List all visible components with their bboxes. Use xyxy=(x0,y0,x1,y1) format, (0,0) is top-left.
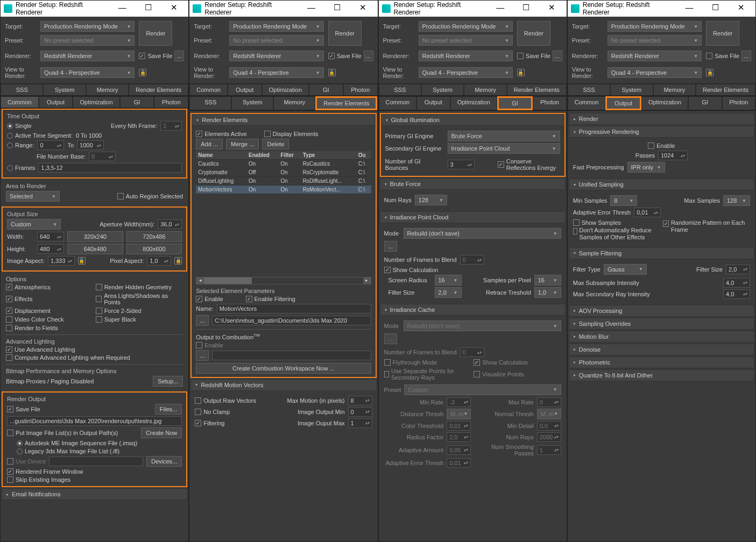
merge-button[interactable]: Merge ... xyxy=(226,139,259,149)
ic-show-calc-checkbox[interactable]: Show Calculation xyxy=(474,359,561,366)
tab-photon[interactable]: Photon xyxy=(533,96,567,110)
atmospherics-checkbox[interactable]: Atmospherics xyxy=(6,284,94,290)
primary-gi-dropdown[interactable]: Brute Force▼ xyxy=(448,131,560,141)
table-row[interactable]: CausticsOnOnRsCausticsC:\ xyxy=(196,160,371,168)
dont-reduce-samples-checkbox[interactable]: Don't Automatically Reduce Samples of Ot… xyxy=(573,227,660,241)
us-aet-spinner[interactable]: 0,01▴▾ xyxy=(634,208,661,217)
output-raw-vectors-checkbox[interactable]: Output Raw Vectors xyxy=(195,397,256,404)
table-scrollbar[interactable]: ◂▸ xyxy=(196,277,371,284)
output-size-dropdown[interactable]: Custom▼ xyxy=(7,219,61,230)
minimize-button[interactable]: — xyxy=(678,3,701,15)
max-motion-spinner[interactable]: 8▴▾ xyxy=(348,396,372,405)
show-samples-checkbox[interactable]: Show Samples xyxy=(573,219,660,226)
devices-button[interactable]: Devices... xyxy=(146,456,182,467)
savefile-browse-button[interactable]: ... xyxy=(553,51,562,61)
tab-output[interactable]: Output xyxy=(228,84,262,96)
savefile-checkbox[interactable]: Save File xyxy=(139,53,172,59)
legacy-ifl-radio[interactable]: Legacy 3ds Max Image File List (.ifl) xyxy=(17,448,119,454)
ipc-filter-size-dropdown[interactable]: 2,0▼ xyxy=(435,287,462,298)
us-header[interactable]: ▾Unified Sampling xyxy=(569,179,754,190)
rollout-header[interactable]: ▸AOV Processing xyxy=(569,305,754,317)
target-dropdown[interactable]: Production Rendering Mode▼ xyxy=(229,21,323,32)
savefile-checkbox[interactable]: Save File xyxy=(517,53,550,59)
frames-radio[interactable]: Frames xyxy=(7,165,35,171)
range-from-spinner[interactable]: 0▴▾ xyxy=(37,140,64,150)
numrays-dropdown[interactable]: 128▼ xyxy=(415,195,447,205)
secondary-gi-dropdown[interactable]: Irradiance Point Cloud▼ xyxy=(448,143,560,154)
effects-checkbox[interactable]: Effects xyxy=(6,293,94,305)
tab-output[interactable]: Output xyxy=(416,96,450,110)
min-detail-spinner[interactable]: 0,0▴▾ xyxy=(537,421,561,431)
put-image-file-list-checkbox[interactable]: Put Image File List(s) in Output Path(s) xyxy=(7,430,118,436)
tab-sss[interactable]: SSS xyxy=(379,84,421,96)
rendered-frame-window-checkbox[interactable]: Rendered Frame Window xyxy=(7,468,182,475)
render-button[interactable]: Render xyxy=(328,21,362,46)
range-to-spinner[interactable]: 1000▴▾ xyxy=(77,140,104,150)
col-type[interactable]: Type xyxy=(301,151,356,160)
tab-render-elements[interactable]: Render Elements xyxy=(507,84,567,96)
tab-render-elements[interactable]: Render Elements xyxy=(696,84,755,96)
view-dropdown[interactable]: Quad 4 - Perspective▼ xyxy=(419,67,513,78)
render-button[interactable]: Render xyxy=(517,21,550,46)
filter-size-spinner[interactable]: 2,0▴▾ xyxy=(726,265,750,274)
preset-720x486-button[interactable]: 720x486 xyxy=(126,231,182,242)
close-button[interactable]: ✕ xyxy=(162,3,185,15)
enable-filtering-checkbox[interactable]: Enable Filtering xyxy=(246,296,295,302)
single-radio[interactable]: Single xyxy=(7,123,32,129)
auto-region-checkbox[interactable]: Auto Region Selected xyxy=(117,193,183,199)
screen-radius-dropdown[interactable]: 16▼ xyxy=(435,275,462,286)
maximize-button[interactable]: ☐ xyxy=(515,3,538,15)
use-device-checkbox[interactable]: Use Device xyxy=(7,458,46,465)
preset-dropdown[interactable]: No preset selected▼ xyxy=(229,35,323,46)
passes-spinner[interactable]: 1024▴▾ xyxy=(658,151,688,160)
area-dropdown[interactable]: Selected▼ xyxy=(6,191,60,202)
render-hidden-geometry-checkbox[interactable]: Render Hidden Geometry xyxy=(96,284,183,290)
flythrough-mode-checkbox[interactable]: Flythrough Mode xyxy=(384,359,472,366)
pixel-aspect-spinner[interactable]: 1,0▴▾ xyxy=(147,256,171,266)
lock-icon[interactable]: 🔒 xyxy=(706,69,713,76)
save-file-checkbox[interactable]: Save File xyxy=(7,406,40,412)
rollout-header[interactable]: ▸Quantize To 8-bit And Dither xyxy=(569,369,754,381)
close-button[interactable]: ✕ xyxy=(541,3,563,15)
target-dropdown[interactable]: Production Rendering Mode▼ xyxy=(40,21,135,32)
ipc-path-button[interactable]: ... xyxy=(384,241,397,252)
tab-gi[interactable]: GI xyxy=(688,96,722,110)
use-separate-points-checkbox[interactable]: Use Separate Points for Secondary Rays xyxy=(384,368,472,381)
tab-memory[interactable]: Memory xyxy=(273,96,315,110)
table-row[interactable]: DiffuseLightingOnOnRsDiffuseLight...C:\ xyxy=(196,177,371,186)
render-elements-header[interactable]: ▾Render Elements xyxy=(192,114,375,126)
tab-system[interactable]: System xyxy=(610,84,653,96)
aperture-width-spinner[interactable]: 36,0▴▾ xyxy=(158,219,182,229)
tab-optimization[interactable]: Optimization xyxy=(262,84,309,96)
radius-factor-spinner[interactable]: 2,0▴▾ xyxy=(447,432,471,442)
max-rate-spinner[interactable]: 0▴▾ xyxy=(537,397,561,407)
tab-sss[interactable]: SSS xyxy=(568,84,610,96)
savefile-checkbox[interactable]: Save File xyxy=(706,53,739,59)
min-rate-spinner[interactable]: -3▴▾ xyxy=(447,397,471,407)
output-path-input[interactable]: ...gustin\Documents\3ds Max 2020\rendero… xyxy=(7,416,182,426)
tab-optimization[interactable]: Optimization xyxy=(450,96,497,110)
view-dropdown[interactable]: Quad 4 - Perspective▼ xyxy=(40,67,135,78)
ic-numrays-spinner[interactable]: 2000▴▾ xyxy=(537,432,561,442)
combustion-path-input[interactable] xyxy=(212,351,371,360)
max-subsample-spinner[interactable]: 4,0▴▾ xyxy=(723,278,750,288)
elem-name-input[interactable]: MotionVectors xyxy=(217,304,371,313)
image-aspect-lock-icon[interactable]: 🔒 xyxy=(78,257,86,265)
tab-common[interactable]: Common xyxy=(1,96,39,108)
range-radio[interactable]: Range: xyxy=(7,142,34,148)
ipc-mode-dropdown[interactable]: Rebuild (don't save)▼ xyxy=(404,228,561,239)
preset-640x480-button[interactable]: 640x480 xyxy=(67,244,123,254)
savefile-browse-button[interactable]: ... xyxy=(741,51,751,61)
tab-optimization[interactable]: Optimization xyxy=(73,96,119,108)
filtering-checkbox[interactable]: Filtering xyxy=(195,420,224,426)
force-2sided-checkbox[interactable]: Force 2-Sided xyxy=(96,308,183,314)
device-input[interactable] xyxy=(49,457,143,466)
lock-icon[interactable]: 🔒 xyxy=(517,69,525,76)
minimize-button[interactable]: — xyxy=(489,3,512,15)
maximize-button[interactable]: ☐ xyxy=(326,3,349,15)
renderer-dropdown[interactable]: Redshift Renderer▼ xyxy=(40,51,135,61)
tab-sss[interactable]: SSS xyxy=(1,84,43,96)
randomize-pattern-checkbox[interactable]: Randomize Pattern on Each Frame xyxy=(663,219,750,233)
every-nth-spinner[interactable]: 1▴▾ xyxy=(160,121,182,131)
create-combustion-button[interactable]: Create Combustion Workspace Now ... xyxy=(196,363,371,374)
